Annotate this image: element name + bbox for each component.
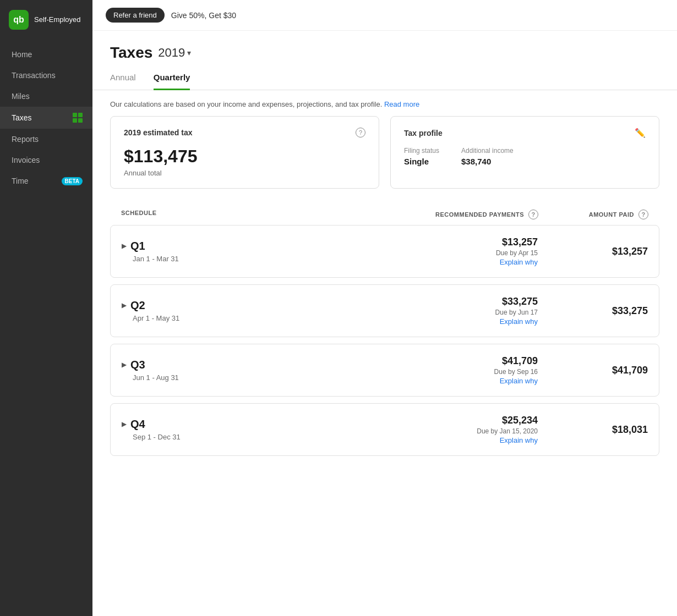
payment-due: Due by Jan 15, 2020 [384,427,538,435]
read-more-link[interactable]: Read more [384,100,419,108]
quarter-dates: Jan 1 - Mar 31 [122,255,384,263]
quarter-dates: Sep 1 - Dec 31 [122,433,384,441]
filing-status-value: Single [404,157,439,166]
payment-info: $41,709 Due by Sep 16 Explain why [384,355,538,385]
payment-due: Due by Jun 17 [384,309,538,316]
estimated-tax-amount: $113,475 [124,146,365,167]
sidebar-item-label: Transactions [12,71,56,80]
amount-paid: $33,275 [538,305,648,317]
quarter-label: ▶ Q4 [122,418,384,431]
additional-income-field: Additional income $38,740 [461,147,514,166]
schedule-row-q2: ▶ Q2 Apr 1 - May 31 $33,275 Due by Jun 1… [110,284,659,337]
page-header: Taxes 2019 ▾ [92,31,677,62]
sidebar-item-miles[interactable]: Miles [0,86,92,107]
quarter-info: ▶ Q4 Sep 1 - Dec 31 [122,418,384,441]
year-value: 2019 [158,46,185,60]
explain-why-link[interactable]: Explain why [384,436,538,444]
sidebar-item-home[interactable]: Home [0,44,92,65]
recommended-info-icon[interactable]: ? [528,210,538,219]
sidebar-item-label: Miles [12,92,30,101]
expand-arrow-icon[interactable]: ▶ [122,421,126,428]
year-selector[interactable]: 2019 ▾ [158,46,191,60]
sidebar-item-reports[interactable]: Reports [0,129,92,150]
quarter-info: ▶ Q2 Apr 1 - May 31 [122,299,384,322]
grid-icon [73,113,83,123]
quarter-id: Q1 [130,240,145,252]
payment-amount: $41,709 [384,355,538,367]
sidebar-item-label: Home [12,50,32,59]
expand-arrow-icon[interactable]: ▶ [122,361,126,369]
schedule-row-q4: ▶ Q4 Sep 1 - Dec 31 $25,234 Due by Jan 1… [110,403,659,456]
quarter-dates: Apr 1 - May 31 [122,314,384,322]
tab-quarterly[interactable]: Quarterly [154,73,190,90]
sidebar-brand-label: Self-Employed [34,15,81,25]
chevron-down-icon: ▾ [187,48,191,57]
estimated-tax-card: 2019 estimated tax ? $113,475 Annual tot… [110,116,379,189]
sidebar-item-invoices[interactable]: Invoices [0,150,92,170]
card-header: Tax profile ✏️ [404,128,646,138]
expand-arrow-icon[interactable]: ▶ [122,302,126,309]
schedule-row-q1: ▶ Q1 Jan 1 - Mar 31 $13,257 Due by Apr 1… [110,225,659,278]
pencil-icon[interactable]: ✏️ [635,128,646,138]
schedule-section: SCHEDULE RECOMMENDED PAYMENTS ? AMOUNT P… [92,204,677,456]
tax-profile-card: Tax profile ✏️ Filing status Single Addi… [390,116,659,189]
quarter-info: ▶ Q1 Jan 1 - Mar 31 [122,240,384,263]
quarter-id: Q2 [130,299,145,312]
sidebar-item-transactions[interactable]: Transactions [0,65,92,86]
amount-paid-info-icon[interactable]: ? [638,210,648,219]
schedule-rows: ▶ Q1 Jan 1 - Mar 31 $13,257 Due by Apr 1… [110,225,659,456]
estimated-tax-subtitle: Annual total [124,169,365,177]
quarter-info: ▶ Q3 Jun 1 - Aug 31 [122,359,384,382]
quarter-label: ▶ Q1 [122,240,384,252]
payment-info: $25,234 Due by Jan 15, 2020 Explain why [384,415,538,444]
expand-arrow-icon[interactable]: ▶ [122,243,126,250]
header-schedule: SCHEDULE [121,210,384,219]
sidebar-item-time[interactable]: Time BETA [0,170,92,191]
payment-amount: $13,257 [384,237,538,248]
payment-amount: $33,275 [384,296,538,307]
amount-paid: $18,031 [538,424,648,436]
quarter-label: ▶ Q3 [122,359,384,371]
card-title: Tax profile [404,129,443,138]
schedule-header: SCHEDULE RECOMMENDED PAYMENTS ? AMOUNT P… [110,204,659,225]
header-amount-paid: AMOUNT PAID ? [538,210,648,219]
quarter-label: ▶ Q2 [122,299,384,312]
explain-why-link[interactable]: Explain why [384,317,538,326]
schedule-row-q3: ▶ Q3 Jun 1 - Aug 31 $41,709 Due by Sep 1… [110,344,659,397]
info-icon[interactable]: ? [356,128,365,138]
filing-status-field: Filing status Single [404,147,439,166]
payment-due: Due by Apr 15 [384,249,538,257]
sidebar-item-label: Taxes [12,113,32,122]
additional-income-label: Additional income [461,147,514,155]
beta-badge: BETA [62,177,83,185]
amount-paid: $13,257 [538,246,648,257]
amount-paid: $41,709 [538,365,648,376]
card-header: 2019 estimated tax ? [124,128,365,138]
sidebar: qb Self-Employed Home Transactions Miles… [0,0,92,616]
payment-info: $13,257 Due by Apr 15 Explain why [384,237,538,266]
sidebar-item-label: Reports [12,135,39,144]
tabs-bar: Annual Quarterly [92,62,677,90]
quarter-id: Q3 [130,359,145,371]
sidebar-item-label: Time [12,177,29,185]
sidebar-nav: Home Transactions Miles Taxes Reports In… [0,40,92,191]
payment-due: Due by Sep 16 [384,368,538,376]
explain-why-link[interactable]: Explain why [384,258,538,266]
info-text: Our calculations are based on your incom… [92,90,677,116]
sidebar-logo[interactable]: qb Self-Employed [0,0,92,40]
explain-why-link[interactable]: Explain why [384,377,538,385]
promo-text: Give 50%, Get $30 [171,11,236,20]
filing-status-label: Filing status [404,147,439,155]
sidebar-item-label: Invoices [12,156,40,164]
refer-button[interactable]: Refer a friend [106,8,165,23]
main-content: Refer a friend Give 50%, Get $30 Taxes 2… [92,0,677,616]
qb-logo-icon: qb [9,10,29,30]
tab-annual[interactable]: Annual [110,73,136,90]
sidebar-item-taxes[interactable]: Taxes [0,107,92,129]
topbar: Refer a friend Give 50%, Get $30 [92,0,677,31]
additional-income-value: $38,740 [461,157,514,166]
card-title: 2019 estimated tax [124,128,193,137]
payment-info: $33,275 Due by Jun 17 Explain why [384,296,538,326]
page-title: Taxes [110,44,152,62]
card-fields: Filing status Single Additional income $… [404,147,646,166]
